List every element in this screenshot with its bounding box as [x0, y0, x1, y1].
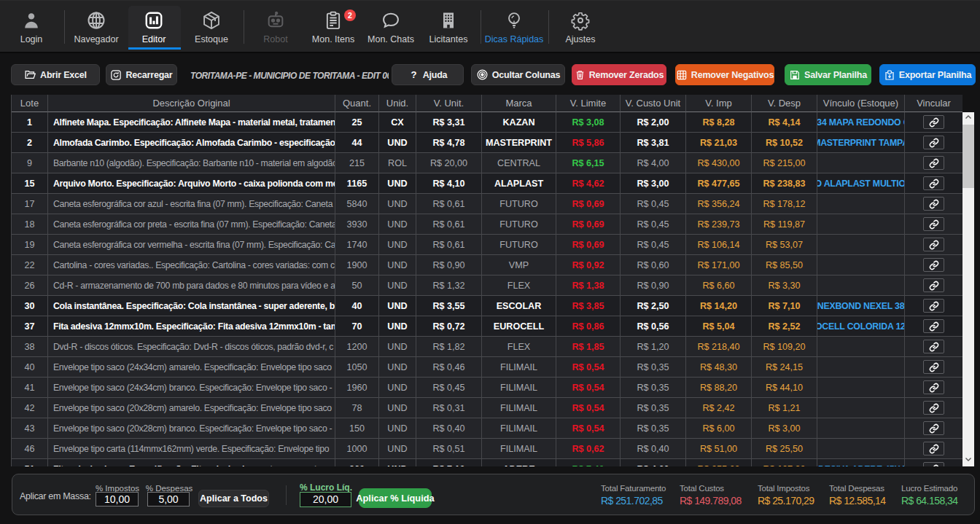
svg-text:?: ? [411, 69, 416, 80]
